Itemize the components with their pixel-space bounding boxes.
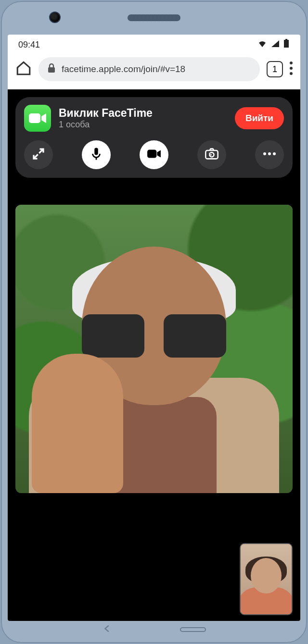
svg-rect-0 <box>284 40 289 48</box>
browser-toolbar: facetime.apple.com/join/#v=18 1 <box>8 55 300 89</box>
camera-flip-icon <box>205 147 219 163</box>
more-button[interactable] <box>255 140 284 169</box>
more-icon <box>262 147 277 163</box>
phone-frame: 09:41 facetime <box>1 1 307 643</box>
signal-icon <box>270 39 280 50</box>
svg-point-5 <box>290 72 293 75</box>
leave-button-label: Вийти <box>245 113 273 123</box>
browser-content: Виклик FaceTime 1 особа Вийти <box>8 89 300 621</box>
call-panel: Виклик FaceTime 1 особа Вийти <box>15 97 293 178</box>
nav-home-pill[interactable] <box>180 627 206 632</box>
tab-count-button[interactable]: 1 <box>267 61 283 77</box>
home-icon[interactable] <box>15 60 32 78</box>
speaker-grill <box>128 14 180 21</box>
status-icons <box>257 39 290 51</box>
mic-icon <box>89 147 103 163</box>
svg-rect-7 <box>94 148 98 155</box>
battery-icon <box>283 39 290 51</box>
status-bar: 09:41 <box>8 35 300 55</box>
camera-icon <box>147 147 161 163</box>
url-text: facetime.apple.com/join/#v=18 <box>62 64 185 74</box>
svg-rect-1 <box>285 39 287 40</box>
svg-rect-8 <box>147 149 156 158</box>
svg-rect-6 <box>29 113 40 123</box>
call-subtitle: 1 особа <box>59 120 227 130</box>
lock-icon <box>47 63 56 75</box>
svg-point-12 <box>273 152 276 155</box>
nav-back-button[interactable] <box>102 623 113 636</box>
camera-flip-button[interactable] <box>197 140 226 169</box>
expand-icon <box>31 147 46 163</box>
browser-menu-icon[interactable] <box>290 61 293 77</box>
status-time: 09:41 <box>18 40 40 50</box>
remote-video-content <box>15 205 293 493</box>
wifi-icon <box>257 39 268 50</box>
svg-rect-2 <box>48 67 55 73</box>
screen: 09:41 facetime <box>8 35 300 621</box>
remote-video[interactable] <box>15 205 293 493</box>
mic-button[interactable] <box>82 140 111 169</box>
self-video-pip[interactable] <box>240 543 293 615</box>
self-video-content <box>241 544 292 614</box>
call-title: Виклик FaceTime <box>59 107 227 120</box>
svg-point-11 <box>268 152 271 155</box>
camera-button[interactable] <box>140 140 168 169</box>
call-header: Виклик FaceTime 1 особа Вийти <box>24 105 284 132</box>
expand-button[interactable] <box>24 140 53 169</box>
call-controls <box>24 140 284 169</box>
svg-point-10 <box>263 152 266 155</box>
leave-button[interactable]: Вийти <box>235 107 284 129</box>
android-nav-bar <box>1 621 307 638</box>
tab-count-value: 1 <box>272 64 277 74</box>
url-bar[interactable]: facetime.apple.com/join/#v=18 <box>38 57 260 81</box>
svg-point-3 <box>290 62 293 64</box>
svg-point-4 <box>290 67 293 70</box>
facetime-app-icon <box>24 105 51 132</box>
